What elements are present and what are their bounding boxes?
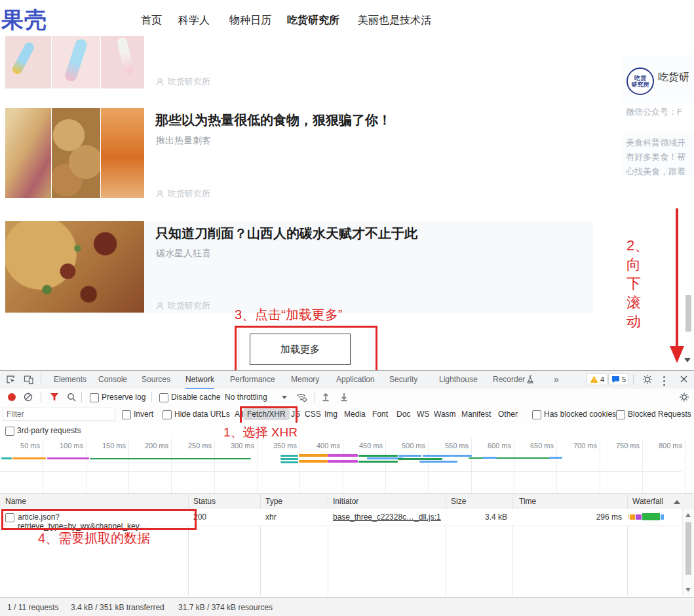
nav-item-scientist[interactable]: 科学人: [178, 14, 210, 28]
warning-icon: [590, 375, 598, 383]
scrollbar-up-arrow[interactable]: [685, 513, 691, 517]
col-header-name[interactable]: Name: [5, 497, 26, 506]
article-thumbnail[interactable]: [5, 221, 144, 313]
timeline-bar: [482, 457, 497, 459]
tab-recorder[interactable]: Recorder: [493, 371, 525, 388]
timeline-tick-label: 650 ms: [516, 442, 554, 450]
article-title[interactable]: 只知道刀削面？山西人的碳水天赋才不止于此: [155, 225, 417, 242]
article-author: 吃货研究所: [155, 188, 210, 200]
scrollbar-thumb[interactable]: [685, 522, 691, 575]
filter-pill-media[interactable]: Media: [340, 408, 370, 420]
inspect-element-icon[interactable]: [5, 374, 16, 385]
timeline-bar: [280, 455, 298, 457]
article-thumbnail[interactable]: [5, 36, 144, 88]
nav-item-food-lab[interactable]: 吃货研究所: [287, 14, 339, 28]
filter-pill-wasm[interactable]: Wasm: [430, 408, 460, 420]
export-har-icon[interactable]: [339, 392, 349, 402]
issues-count: 5: [622, 375, 626, 383]
clear-log-icon[interactable]: [24, 393, 33, 402]
col-header-initiator[interactable]: Initiator: [333, 497, 358, 506]
blocked-requests-checkbox[interactable]: [616, 410, 625, 419]
article-author: 吃货研究所: [155, 300, 210, 312]
request-initiator-link[interactable]: base_three_c22328c…_dll.js:1: [333, 512, 441, 522]
timeline-gridline: [556, 438, 557, 493]
timeline-tick-label: 150 ms: [88, 442, 126, 450]
search-icon[interactable]: [67, 393, 76, 402]
device-toolbar-icon[interactable]: [24, 374, 34, 385]
page-scrollbar-down-arrow[interactable]: [684, 358, 691, 362]
page-scrollbar-thumb[interactable]: [685, 295, 691, 332]
tab-sources[interactable]: Sources: [142, 371, 170, 388]
preserve-log-label[interactable]: Preserve log: [102, 393, 145, 402]
invert-label[interactable]: Invert: [134, 410, 153, 419]
has-blocked-cookies-checkbox[interactable]: [532, 410, 541, 419]
filter-pill-font[interactable]: Font: [368, 408, 392, 420]
tab-security[interactable]: Security: [389, 371, 417, 388]
request-size: 3.4 kB: [446, 512, 507, 522]
article-title[interactable]: 那些以为热量很低的食物，狠狠骗了你！: [155, 111, 391, 129]
thumbnail-slice: [5, 36, 51, 88]
col-header-time[interactable]: Time: [519, 497, 536, 506]
tab-memory[interactable]: Memory: [291, 371, 319, 388]
network-conditions-icon[interactable]: [296, 392, 307, 402]
person-icon: [155, 77, 164, 87]
col-header-waterfall[interactable]: Waterfall: [632, 497, 663, 506]
import-har-icon[interactable]: [321, 392, 330, 402]
col-header-status[interactable]: Status: [193, 497, 216, 506]
throttling-select[interactable]: No throttling: [225, 393, 267, 402]
tab-lighthouse[interactable]: Lighthouse: [439, 371, 478, 388]
guokr-logo[interactable]: 果壳: [1, 5, 47, 35]
blocked-requests-label[interactable]: Blocked Requests: [628, 410, 691, 419]
has-blocked-cookies-label[interactable]: Has blocked cookies: [544, 410, 616, 419]
timeline-overview[interactable]: 50 ms100 ms150 ms200 ms250 ms300 ms350 m…: [0, 438, 694, 493]
scrollbar-down-arrow[interactable]: [685, 588, 691, 592]
guokr-webpage: 果壳 首页 科学人 物种日历 吃货研究所 美丽也是技术活 吃货研究所: [0, 0, 694, 370]
timeline-bar: [12, 457, 46, 459]
record-button[interactable]: [8, 393, 16, 401]
filter-pill-img[interactable]: Img: [320, 408, 341, 420]
status-resources: 31.7 kB / 374 kB resources: [178, 598, 273, 616]
preserve-log-checkbox[interactable]: [90, 393, 99, 402]
col-header-size[interactable]: Size: [451, 497, 466, 506]
timeline-gridline: [257, 438, 258, 493]
close-devtools-icon[interactable]: [679, 374, 689, 384]
timeline-bar: [1, 457, 12, 459]
disable-cache-checkbox[interactable]: [159, 393, 168, 402]
tab-application[interactable]: Application: [336, 371, 375, 388]
timeline-bar: [328, 454, 358, 457]
filter-pill-doc[interactable]: Doc: [393, 408, 414, 420]
timeline-gridline: [343, 438, 343, 493]
tab-network[interactable]: Network: [185, 371, 214, 389]
load-more-button[interactable]: 加载更多: [250, 334, 351, 365]
third-party-checkbox[interactable]: [5, 427, 14, 436]
issues-badge[interactable]: 5: [608, 374, 629, 385]
more-tabs-button[interactable]: »: [554, 371, 559, 388]
third-party-label[interactable]: 3rd-party requests: [17, 426, 81, 435]
timeline-bar: [423, 455, 452, 457]
filter-input[interactable]: [3, 408, 115, 421]
article-thumbnail[interactable]: [5, 108, 144, 198]
filter-pill-manifest[interactable]: Manifest: [457, 408, 495, 420]
disable-cache-label[interactable]: Disable cache: [171, 393, 220, 402]
more-options-icon[interactable]: [663, 375, 665, 387]
tab-performance[interactable]: Performance: [230, 371, 275, 388]
table-scrollbar[interactable]: [682, 509, 694, 596]
nav-item-home[interactable]: 首页: [141, 14, 162, 28]
nav-item-species-calendar[interactable]: 物种日历: [229, 14, 271, 28]
warnings-badge[interactable]: 4: [587, 374, 607, 385]
tab-console[interactable]: Console: [98, 371, 127, 388]
col-header-type[interactable]: Type: [265, 497, 282, 506]
timeline-gridline: [685, 438, 685, 493]
hide-data-urls-checkbox[interactable]: [163, 410, 172, 419]
waterfall-segment: [661, 514, 664, 520]
tab-elements[interactable]: Elements: [54, 371, 87, 388]
settings-gear-icon[interactable]: [642, 374, 653, 385]
network-settings-gear-icon[interactable]: [679, 392, 689, 402]
hide-data-urls-label[interactable]: Hide data URLs: [174, 410, 230, 419]
invert-checkbox[interactable]: [122, 410, 131, 419]
nav-item-beauty-tech[interactable]: 美丽也是技术活: [358, 14, 431, 28]
filter-funnel-icon[interactable]: [50, 393, 59, 401]
filter-pill-other[interactable]: Other: [494, 408, 522, 420]
thumbnail-slice: [100, 108, 144, 198]
throttling-caret-icon[interactable]: [282, 396, 287, 399]
